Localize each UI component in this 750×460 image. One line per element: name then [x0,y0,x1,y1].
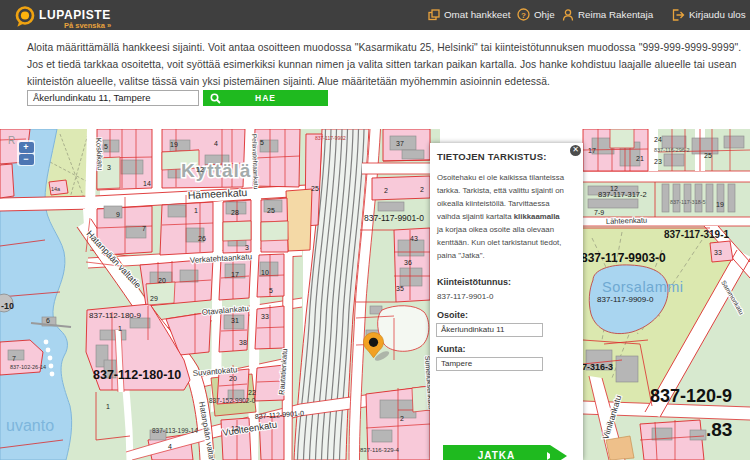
svg-text:35: 35 [396,285,404,292]
svg-text:12: 12 [196,166,204,173]
svg-text:22: 22 [248,389,256,396]
svg-text:5: 5 [269,287,273,294]
svg-text:3: 3 [107,164,111,171]
svg-text:14: 14 [143,180,151,187]
svg-text:7-9: 7-9 [594,209,604,216]
svg-text:1: 1 [106,403,110,410]
svg-text:837-117-317-2: 837-117-317-2 [598,190,647,199]
svg-text:837-117-318-5: 837-117-318-5 [670,199,706,205]
svg-text:12: 12 [231,425,239,432]
svg-text:25: 25 [311,185,319,192]
svg-text:837-117-9901-0: 837-117-9901-0 [364,213,424,223]
svg-text:29: 29 [150,295,158,302]
svg-text:4: 4 [214,140,218,147]
svg-text:4: 4 [168,443,172,450]
svg-text:R: R [8,135,15,146]
svg-text:23: 23 [654,158,662,165]
svg-text:17: 17 [588,147,596,154]
svg-text:7: 7 [12,355,16,362]
svg-text:17: 17 [231,271,239,278]
svg-text:25: 25 [704,152,712,159]
svg-text:6: 6 [46,317,50,324]
svg-text:uvanto: uvanto [6,417,54,434]
svg-text:21: 21 [636,155,644,162]
svg-text:24: 24 [654,136,662,143]
svg-text:837-117-9909-0: 837-117-9909-0 [597,295,654,304]
svg-text:36: 36 [404,259,412,266]
svg-text:837-117-319-1: 837-117-319-1 [664,229,729,240]
svg-text:14a: 14a [51,186,61,192]
svg-text:20: 20 [229,375,237,382]
svg-text:5: 5 [260,139,264,146]
svg-text:37: 37 [396,140,404,147]
svg-text:837-112-180-9: 837-112-180-9 [89,311,141,320]
svg-text:837-116-296-2: 837-116-296-2 [654,147,690,153]
svg-text:1: 1 [118,325,122,332]
svg-text:3: 3 [245,244,249,251]
svg-text:28: 28 [231,209,239,216]
svg-text:837-152-9902-0: 837-152-9902-0 [209,397,256,404]
svg-text:Sorsalammi: Sorsalammi [602,279,684,295]
svg-text:837-117-9903-0: 837-117-9903-0 [581,251,666,265]
svg-text:2: 2 [420,186,424,193]
svg-text:837-112-180-10: 837-112-180-10 [93,368,181,382]
svg-text:-10: -10 [1,301,14,311]
svg-text:.83: .83 [706,419,732,440]
svg-text:19: 19 [716,201,724,208]
svg-text:837-113-199-14: 837-113-199-14 [152,427,198,434]
svg-text:7: 7 [142,225,146,232]
svg-text:43: 43 [410,235,418,242]
svg-text:31: 31 [231,317,239,324]
svg-text:9: 9 [116,211,120,218]
svg-text:837-120-9: 837-120-9 [650,386,732,406]
svg-text:?: ? [521,11,526,20]
svg-text:33: 33 [261,313,269,320]
svg-text:33: 33 [714,249,722,256]
svg-text:Lähteenkatu: Lähteenkatu [606,216,648,226]
svg-text:1: 1 [194,207,198,214]
svg-text:837-102-26-14: 837-102-26-14 [10,364,46,370]
svg-text:Kyttälä: Kyttälä [181,160,251,181]
svg-text:12: 12 [610,185,618,192]
svg-text:10: 10 [261,269,269,276]
svg-text:837-117-9902: 837-117-9902 [315,135,346,141]
svg-text:38: 38 [239,339,247,346]
svg-text:25: 25 [267,207,275,214]
svg-text:26: 26 [198,235,206,242]
svg-text:19: 19 [170,141,178,148]
svg-text:20: 20 [158,277,166,284]
svg-text:837-116-329-4: 837-116-329-4 [360,447,400,453]
svg-text:2: 2 [400,415,404,422]
svg-text:2: 2 [384,187,388,194]
svg-text:5: 5 [104,143,108,150]
